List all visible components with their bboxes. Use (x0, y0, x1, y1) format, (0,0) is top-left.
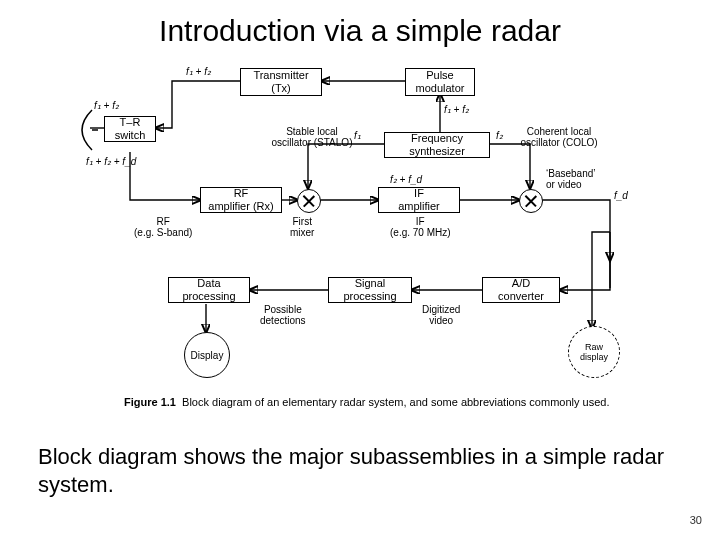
block-signal-processing: Signal processing (328, 277, 412, 303)
block-tr-switch: T–R switch (104, 116, 156, 142)
radar-block-diagram: Transmitter (Tx) Pulse modulator T–R swi… (90, 60, 630, 420)
label-colo: Coherent local oscillator (COLO) (504, 126, 614, 148)
label-f1f2-left: f₁ + f₂ (94, 100, 119, 111)
label-f1f2-top: f₁ + f₂ (186, 66, 211, 77)
first-mixer-icon (297, 189, 321, 213)
block-data-processing: Data processing (168, 277, 250, 303)
page-title: Introduction via a simple radar (0, 14, 720, 48)
label-f2fd: f₂ + f_d (390, 174, 422, 185)
label-if-caption: IF (e.g. 70 MHz) (390, 216, 451, 238)
block-rf-amplifier: RF amplifier (Rx) (200, 187, 282, 213)
label-first-mixer: First mixer (290, 216, 314, 238)
block-display: Display (184, 332, 230, 378)
label-fd: f_d (614, 190, 628, 201)
label-stalo: Stable local oscillator (STALO) (264, 126, 360, 148)
figure-caption: Figure 1.1 Block diagram of an elementar… (124, 396, 609, 408)
label-f2: f₂ (496, 130, 503, 141)
label-f1f2fd: f₁ + f₂ + f_d (86, 156, 136, 167)
block-transmitter: Transmitter (Tx) (240, 68, 322, 96)
page-number: 30 (690, 514, 702, 526)
second-mixer-icon (519, 189, 543, 213)
block-frequency-synthesizer: Frequency synthesizer (384, 132, 490, 158)
label-digitized-video: Digitized video (422, 304, 460, 326)
label-baseband: ‘Baseband’ or video (546, 168, 595, 190)
block-raw-display: Raw display (568, 326, 620, 378)
footer-text: Block diagram shows the major subassembl… (38, 443, 680, 498)
block-ad-converter: A/D converter (482, 277, 560, 303)
block-pulse-modulator: Pulse modulator (405, 68, 475, 96)
label-rf-band: RF (e.g. S-band) (134, 216, 192, 238)
block-if-amplifier: IF amplifier (378, 187, 460, 213)
label-possible-detections: Possible detections (260, 304, 306, 326)
label-f1f2-mid: f₁ + f₂ (444, 104, 469, 115)
antenna-icon (68, 108, 98, 156)
